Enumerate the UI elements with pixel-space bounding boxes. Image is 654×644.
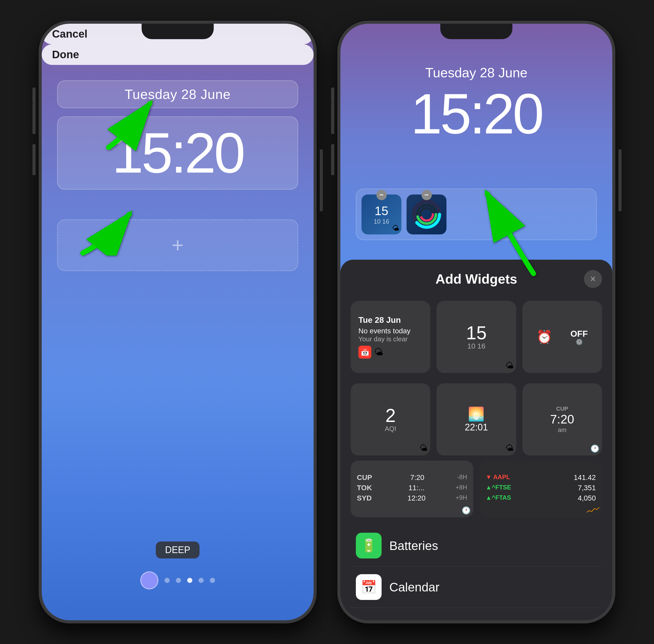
stock-row-ftas: ▲^FTAS 4,050 — [486, 494, 596, 502]
wc-row-syd: SYD 12:20 +9H — [357, 494, 467, 502]
wc-row-cup: CUP 7:20 -8H — [357, 474, 467, 482]
batteries-icon: 🔋 — [356, 533, 381, 558]
phone2-power-button[interactable] — [618, 150, 622, 211]
phone-2-notch — [440, 24, 512, 39]
cal-date-label: Tue 28 Jun — [358, 315, 401, 325]
stock-aapl-name: ▼ AAPL — [486, 474, 510, 482]
phone-2: Tuesday 28 June 15:20 − 15 10 16 🌤 − — [337, 21, 615, 623]
wc-time-tok: 11:... — [408, 484, 425, 492]
clock-widget-number: 15 — [466, 324, 487, 342]
plus-icon: + — [172, 233, 184, 257]
done-button[interactable]: Done — [42, 44, 313, 65]
mini-clock-sub: 10 16 — [374, 218, 389, 225]
phone2-silent-switch[interactable] — [331, 88, 334, 103]
sundial-widget-option[interactable]: 🌅 22:01 🌤 — [437, 383, 516, 456]
silent-switch[interactable] — [32, 88, 36, 103]
wc-time-syd: 12:20 — [407, 494, 426, 502]
power-button[interactable] — [320, 150, 323, 211]
stock-ftas-val: 4,050 — [578, 494, 596, 502]
weather-icon-small: 🌤 — [374, 347, 383, 358]
world-clock-widget-option[interactable]: CUP 7:20 -8H TOK 11:... +8H SYD 12:20 — [351, 461, 473, 517]
widget-grid-row1: Tue 28 Jun No events today Your day is c… — [351, 301, 602, 373]
phone-2-date: Tuesday 28 June — [341, 65, 612, 80]
wc-time-cup: 7:20 — [410, 474, 424, 482]
aqi-widget-option[interactable]: 2 AQI 🌤 — [351, 383, 430, 456]
wc-city-cup: CUP — [357, 474, 377, 482]
page-dot-2 — [176, 578, 181, 583]
phone-2-time: 15:20 — [341, 86, 612, 142]
volume-down-button[interactable] — [32, 144, 36, 175]
calendar-label: Calendar — [389, 580, 440, 594]
phone-2-frame: Tuesday 28 June 15:20 − 15 10 16 🌤 − — [337, 21, 615, 623]
sundial-icon: 🌅 — [468, 406, 485, 422]
calendar-section-item[interactable]: 📅 Calendar — [351, 567, 602, 608]
sundial-weather-icon: 🌤 — [506, 443, 514, 453]
cup-period: am — [558, 426, 566, 434]
alarm-widget-option[interactable]: ⏰ OFF 🕐 — [522, 301, 602, 373]
remove-clock-button[interactable]: − — [376, 190, 387, 200]
cup-clock-icon: 🕐 — [590, 444, 600, 453]
aqi-label: AQI — [385, 425, 396, 433]
phone-1-background — [42, 24, 313, 620]
page-indicator — [140, 571, 215, 590]
arrow-to-date — [98, 96, 165, 153]
alarm-icon: ⏰ — [536, 329, 552, 344]
sundial-time: 22:01 — [465, 422, 488, 433]
add-widgets-panel: Add Widgets × Tue 28 Jun No events today… — [341, 260, 612, 620]
activity-rings-icon — [411, 199, 442, 230]
wallpaper-label: DEEP — [156, 542, 200, 558]
phone2-volume-down[interactable] — [331, 144, 334, 175]
phone2-volume-up[interactable] — [331, 103, 334, 134]
arrow-to-widget — [456, 173, 549, 276]
alarm-icon-group: ⏰ — [536, 329, 552, 344]
cup-clock-widget-option[interactable]: CUP 7:20 am 🕐 — [522, 383, 602, 456]
stock-aapl-val: 141.42 — [574, 474, 596, 482]
batteries-section-item[interactable]: 🔋 Batteries — [351, 525, 602, 567]
cal-icon-row: 📅 🌤 — [358, 346, 383, 359]
arrow-to-add-widget — [67, 199, 140, 256]
phone-2-screen: Tuesday 28 June 15:20 − 15 10 16 🌤 − — [341, 24, 612, 620]
page-dot-3 — [198, 578, 204, 583]
stock-ftas-name: ▲^FTAS — [486, 494, 511, 502]
mini-activity-widget[interactable]: − — [406, 194, 446, 234]
phone-1-screen: Cancel Done Tuesday 28 June 15:20 + — [42, 24, 313, 620]
aqi-number: 2 — [386, 406, 396, 425]
stocks-chart-icon — [587, 506, 600, 515]
stock-ftse-val: 7,351 — [578, 484, 596, 492]
phone-1-notch — [142, 24, 214, 39]
stock-ftse-name: ▲^FTSE — [486, 484, 511, 492]
clock-weather-icon: 🌤 — [506, 361, 514, 370]
page-dot-1 — [165, 578, 170, 583]
wc-offset-cup: -8H — [457, 474, 467, 482]
wc-city-tok: TOK — [357, 484, 377, 492]
mini-clock-widget[interactable]: − 15 10 16 🌤 — [361, 194, 401, 234]
stocks-widget-option[interactable]: ▼ AAPL 141.42 ▲^FTSE 7,351 ▲^FTAS 4,050 — [480, 461, 602, 517]
clock-widget-option[interactable]: 15 10 16 🌤 — [437, 301, 516, 373]
cup-time: 7:20 — [550, 412, 574, 426]
page-dot-active — [140, 571, 158, 590]
row3-grid: CUP 7:20 -8H TOK 11:... +8H SYD 12:20 — [351, 461, 602, 517]
page-dot-4 — [210, 578, 215, 583]
clock-widget-sub: 10 16 — [467, 342, 485, 350]
stock-row-ftse: ▲^FTSE 7,351 — [486, 484, 596, 492]
phone-1: Cancel Done Tuesday 28 June 15:20 + — [39, 21, 317, 623]
remove-activity-button[interactable]: − — [421, 190, 432, 200]
volume-up-button[interactable] — [32, 103, 36, 134]
calendar-widget-option[interactable]: Tue 28 Jun No events today Your day is c… — [351, 301, 430, 373]
wc-city-syd: SYD — [357, 494, 377, 502]
page-dot-current — [187, 578, 192, 583]
alarm-text-group: OFF 🕐 — [570, 329, 588, 345]
cup-label: CUP — [556, 406, 568, 412]
weather-badge-icon: 🌤 — [392, 224, 399, 232]
time-widget[interactable]: 15:20 — [57, 116, 298, 190]
calendar-icon: 📅 — [358, 346, 371, 359]
wc-clock-icon: 🕐 — [462, 506, 471, 515]
widget-grid-row2: 2 AQI 🌤 🌅 22:01 🌤 CUP 7:20 am — [351, 383, 602, 456]
phone-1-frame: Cancel Done Tuesday 28 June 15:20 + — [39, 21, 317, 623]
cal-no-events-label: No events today — [358, 327, 411, 335]
date-widget[interactable]: Tuesday 28 June — [57, 80, 298, 108]
wc-offset-tok: +8H — [456, 484, 467, 492]
close-panel-button[interactable]: × — [584, 270, 602, 288]
aqi-weather-icon: 🌤 — [419, 443, 428, 453]
wc-offset-syd: +9H — [456, 494, 467, 502]
